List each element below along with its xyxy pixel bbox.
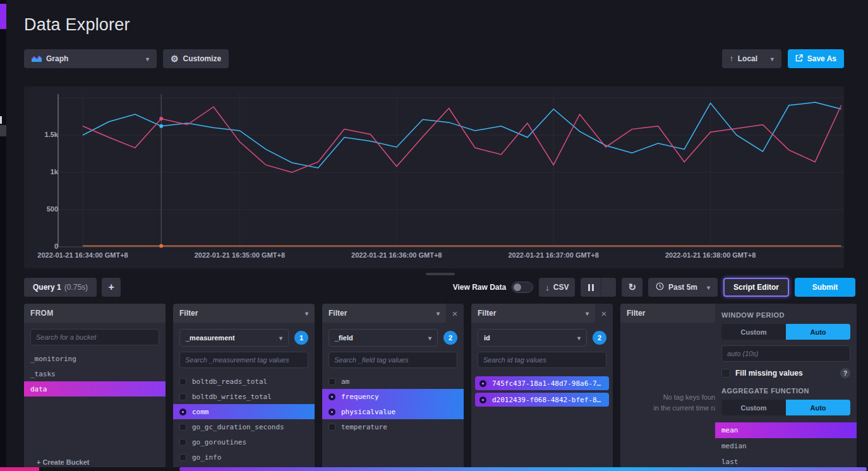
list-item-label: am xyxy=(341,378,349,386)
field-item[interactable]: am xyxy=(322,374,464,389)
measurement-item[interactable]: go_goroutines xyxy=(173,434,315,450)
id-search-input[interactable] xyxy=(478,352,606,368)
filter-title: Filter xyxy=(179,309,198,318)
chevron-down-icon xyxy=(437,310,440,317)
bucket-item[interactable]: data xyxy=(24,381,166,396)
help-icon[interactable] xyxy=(840,368,850,378)
nav-rail-marker-2 xyxy=(0,125,6,136)
filter-type-dropdown[interactable]: Filter xyxy=(173,304,315,323)
x-axis-tick-label: 2022-01-21 16:38:00 GMT+8 xyxy=(665,251,756,259)
y-axis-tick-label: 1.5k xyxy=(45,131,58,138)
view-raw-data-toggle[interactable] xyxy=(512,282,533,293)
add-query-button[interactable]: + xyxy=(102,278,121,297)
checkbox-icon xyxy=(179,439,186,446)
chart-panel: 05001k1.5k 2022-01-21 16:34:00 GMT+82022… xyxy=(24,86,844,268)
aggregate-custom-option[interactable]: Custom xyxy=(721,400,786,415)
save-as-button[interactable]: Save As xyxy=(788,49,844,68)
download-csv-button[interactable]: CSV xyxy=(539,278,575,297)
measurement-search-input[interactable] xyxy=(179,352,308,368)
window-period-input[interactable] xyxy=(721,345,850,362)
remove-filter-button[interactable] xyxy=(596,306,612,321)
export-icon xyxy=(795,54,803,64)
tag-key-dropdown[interactable]: id xyxy=(478,329,587,347)
measurement-item[interactable]: go_gc_duration_seconds xyxy=(173,419,315,434)
query-tab-row: Query 1 (0.75s) + View Raw Data CSV xyxy=(24,277,855,297)
tag-key-dropdown[interactable]: _measurement xyxy=(179,329,289,347)
field-item[interactable]: frequency xyxy=(322,389,464,404)
list-item-label: physicalvalue xyxy=(341,408,395,416)
chevron-down-icon xyxy=(586,310,589,317)
measurement-item[interactable]: comm xyxy=(173,404,315,419)
window-period-title: WINDOW PERIOD xyxy=(721,311,850,319)
pause-button[interactable] xyxy=(581,278,601,297)
fill-missing-checkbox[interactable] xyxy=(721,369,730,378)
field-item[interactable]: temperature xyxy=(322,419,464,434)
measurement-item[interactable]: boltdb_reads_total xyxy=(173,374,315,389)
submit-button[interactable]: Submit xyxy=(795,278,855,297)
x-axis-tick-label: 2022-01-21 16:34:00 GMT+8 xyxy=(37,251,128,259)
window-custom-option[interactable]: Custom xyxy=(721,324,786,340)
pause-options-button[interactable] xyxy=(601,278,616,297)
window-period-mode-toggle: Custom Auto xyxy=(721,324,850,340)
gear-icon xyxy=(171,54,179,64)
query-tab-1[interactable]: Query 1 (0.75s) xyxy=(24,278,97,297)
radio-dot-icon xyxy=(179,408,186,415)
field-list: amfrequencyphysicalvaluetemperature xyxy=(322,374,464,471)
download-icon xyxy=(545,283,550,292)
checkbox-icon xyxy=(179,393,186,400)
page-horizontal-scrollbar[interactable] xyxy=(0,467,868,471)
customize-button[interactable]: Customize xyxy=(163,49,229,68)
bucket-item[interactable]: _tasks xyxy=(24,366,166,381)
selected-count-badge: 1 xyxy=(294,331,308,345)
list-item-label: last xyxy=(721,458,738,466)
filter-title: Filter xyxy=(329,309,347,318)
chevron-down-icon xyxy=(707,284,710,291)
measurement-item[interactable]: go_info xyxy=(173,450,315,465)
bucket-item[interactable]: _monitoring xyxy=(24,351,166,366)
chevron-down-icon xyxy=(279,335,282,342)
tag-key-label: id xyxy=(484,334,490,342)
aggregate-function-item[interactable]: median xyxy=(715,438,857,454)
measurement-list: boltdb_reads_totalboltdb_writes_totalcom… xyxy=(173,374,315,471)
chart-horizontal-scrollbar[interactable] xyxy=(426,273,455,275)
list-item-label: boltdb_reads_total xyxy=(192,378,267,386)
window-auto-option[interactable]: Auto xyxy=(786,324,850,340)
from-card-title: FROM xyxy=(30,309,54,318)
aggregate-function-title: AGGREGATE FUNCTION xyxy=(721,387,850,395)
refresh-button[interactable] xyxy=(622,278,642,297)
tag-key-dropdown[interactable]: _field xyxy=(329,329,438,347)
clock-icon xyxy=(656,282,664,292)
list-item-label: median xyxy=(721,442,747,450)
filter-type-dropdown[interactable]: Filter xyxy=(471,304,595,323)
measurement-item[interactable]: boltdb_writes_total xyxy=(173,389,315,404)
filter-type-dropdown[interactable]: Filter xyxy=(322,304,446,323)
filter-title: Filter xyxy=(627,309,645,318)
toolbar: Graph Customize Local Save As xyxy=(24,49,857,69)
id-value-item[interactable]: d2012439-f068-4842-bfef-8… xyxy=(475,393,609,407)
script-editor-button[interactable]: Script Editor xyxy=(723,278,789,297)
tag-key-label: _field xyxy=(335,334,353,342)
query-builder: FROM _monitoring_tasksdata + Create Buck… xyxy=(24,304,857,471)
view-type-dropdown[interactable]: Graph xyxy=(24,49,157,68)
chevron-down-icon xyxy=(146,56,149,63)
radio-dot-icon xyxy=(329,408,335,415)
field-item[interactable]: physicalvalue xyxy=(322,404,464,419)
id-value-item[interactable]: 745fc437-18a1-48d7-98a6-7… xyxy=(475,376,609,390)
list-item-label: _tasks xyxy=(30,370,56,378)
nav-rail-accent xyxy=(0,4,6,29)
field-search-input[interactable] xyxy=(329,352,457,368)
variables-scope-dropdown[interactable]: Local xyxy=(722,49,781,68)
remove-filter-button[interactable] xyxy=(447,306,462,321)
time-range-dropdown[interactable]: Past 5m xyxy=(648,278,718,297)
pause-icon xyxy=(588,284,594,291)
query-duration: (0.75s) xyxy=(64,283,88,292)
list-item-label: go_gc_duration_seconds xyxy=(192,423,284,431)
bucket-search-input[interactable] xyxy=(30,329,159,345)
x-axis-tick-label: 2022-01-21 16:37:00 GMT+8 xyxy=(508,251,598,259)
scrollbar-thumb[interactable] xyxy=(179,467,867,471)
aggregate-function-item[interactable]: mean xyxy=(715,422,857,438)
line-chart[interactable] xyxy=(24,86,844,268)
aggregate-auto-option[interactable]: Auto xyxy=(786,400,850,415)
list-item-label: go_info xyxy=(192,453,221,462)
fill-missing-label: Fill missing values xyxy=(735,369,803,378)
